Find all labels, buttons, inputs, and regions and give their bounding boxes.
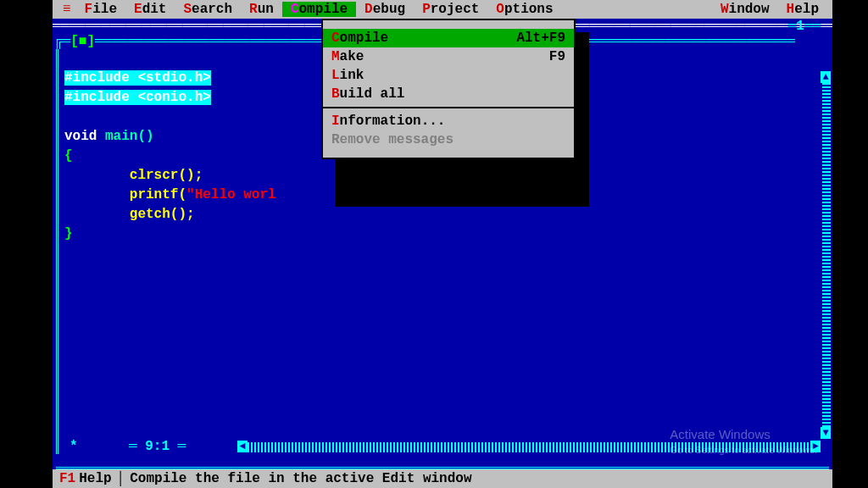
code-string-hello: "Hello worl [186,187,276,202]
window-number-1: ═1══ [788,19,821,34]
code-line-include-1: #include <stdio.h> [64,70,211,86]
code-line-getch: getch(); [64,207,195,222]
statusbar-help-key[interactable]: F1 [59,471,75,486]
code-line-printf: printf( [64,187,186,202]
statusbar: F1 Help │ Compile the file in the active… [53,469,832,488]
menu-search[interactable]: Search [175,2,241,17]
menu-debug[interactable]: Debug [356,2,414,17]
code-fn-main: main() [97,129,153,144]
frame-left-line [56,49,63,454]
compile-dropdown: Compile Alt+F9 Make F9 Link Build all In… [321,19,576,159]
menubar: ≡ File Edit Search Run Compile Debug Pro… [53,0,832,19]
dropdown-information[interactable]: Information... [323,112,574,130]
shortcut-label: Alt+F9 [516,30,565,46]
scroll-down-icon[interactable]: ▼ [821,427,831,439]
code-brace-open: { [64,148,73,164]
dropdown-make[interactable]: Make F9 [323,47,574,66]
menu-file[interactable]: File [76,2,125,17]
menu-project[interactable]: Project [414,2,487,17]
menu-compile[interactable]: Compile [282,2,356,17]
system-menu-icon[interactable]: ≡ [58,2,76,17]
shortcut-label: F9 [549,49,565,64]
scrollbar-vertical[interactable] [822,83,831,437]
menu-help[interactable]: Help [778,2,827,17]
menu-edit[interactable]: Edit [125,2,175,17]
statusbar-help-label[interactable]: Help [79,471,111,486]
cursor-position: ═ 9:1 ═ [129,439,186,454]
close-icon[interactable]: [■] [70,34,95,49]
scroll-up-icon[interactable]: ▲ [821,71,831,83]
menu-options[interactable]: Options [487,2,561,17]
dropdown-compile[interactable]: Compile Alt+F9 [323,29,574,47]
menu-run[interactable]: Run [241,2,282,17]
code-keyword-void: void [64,129,97,144]
scroll-left-icon[interactable]: ◄ [237,441,248,452]
dropdown-build-all[interactable]: Build all [323,85,574,103]
menu-window[interactable]: Window [712,2,778,17]
code-line-clrscr: clrscr(); [64,168,203,183]
dropdown-remove-messages: Remove messages [323,130,574,149]
modified-indicator: * [70,439,78,454]
dropdown-link[interactable]: Link [323,66,574,85]
activate-windows-watermark: Activate Windows Go to Settings to activ… [670,427,817,458]
code-line-include-2: #include <conio.h> [64,90,211,105]
statusbar-hint: Compile the file in the active Edit wind… [130,471,471,486]
code-brace-close: } [64,226,73,241]
dropdown-separator [323,107,574,108]
